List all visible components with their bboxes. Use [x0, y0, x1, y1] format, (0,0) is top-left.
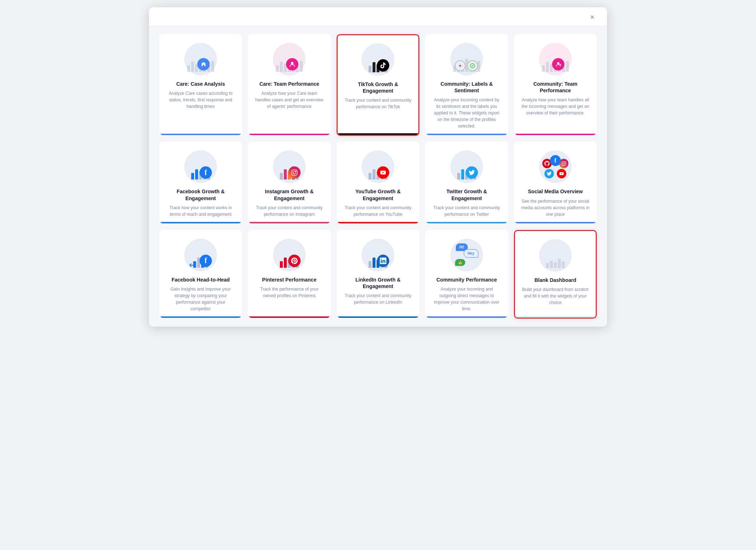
- card-desc-instagram-growth: Track your content and community perform…: [254, 205, 324, 218]
- card-desc-tiktok-growth: Track your content and community perform…: [343, 97, 413, 110]
- card-desc-community-performance: Analyze your incoming and outgoing direc…: [432, 286, 502, 312]
- svg-rect-5: [292, 170, 297, 175]
- card-bottom-bar-care-case-analysis: [160, 134, 241, 135]
- card-bottom-bar-care-team-performance: [249, 134, 330, 135]
- card-desc-community-labels: Analyze your incoming content by its sen…: [432, 97, 502, 129]
- modal-header: ✕: [149, 7, 607, 26]
- card-title-social-media-overview: Social Media Overview: [528, 188, 583, 195]
- card-desc-linkedin-growth: Track your content and community perform…: [343, 292, 413, 306]
- card-title-youtube-growth: YouTube Growth & Engagement: [343, 188, 413, 201]
- card-desc-twitter-growth: Track your content and community perform…: [432, 205, 502, 218]
- card-bottom-bar-community-labels: [426, 134, 507, 135]
- card-bottom-bar-social-media-overview: [515, 222, 596, 223]
- card-title-pinterest-performance: Pinterest Performance: [262, 276, 316, 283]
- template-card-tiktok-growth[interactable]: TikTok Growth & Engagement Track your co…: [337, 34, 419, 136]
- card-desc-youtube-growth: Track your content and community perform…: [343, 205, 413, 218]
- template-card-social-media-overview[interactable]: f Social Media Overview S: [514, 142, 597, 224]
- card-bottom-bar-youtube-growth: [337, 222, 419, 223]
- close-wizard-button[interactable]: ✕: [590, 14, 597, 21]
- template-card-community-performance[interactable]: Hi! Hey 👍 Community Performance Analyze …: [425, 230, 508, 319]
- card-desc-community-team-performance: Analyze how your team handles all the in…: [520, 97, 590, 116]
- card-title-community-team-performance: Community: Team Performance: [520, 81, 590, 94]
- close-icon: ✕: [590, 14, 595, 21]
- card-title-community-labels: Community: Labels & Sentiment: [432, 81, 502, 94]
- card-bottom-bar-twitter-growth: [426, 222, 507, 223]
- card-bottom-bar-tiktok-growth: [338, 133, 418, 135]
- card-bottom-bar-pinterest-performance: [249, 316, 330, 318]
- svg-point-2: [459, 65, 461, 66]
- card-desc-care-team-performance: Analyze how your Care team handles cases…: [254, 90, 324, 110]
- card-title-care-team-performance: Care: Team Performance: [260, 81, 319, 87]
- template-card-twitter-growth[interactable]: Twitter Growth & Engagement Track your c…: [425, 142, 508, 224]
- template-card-facebook-growth[interactable]: f Facebook Growth & Engagement Track how…: [159, 142, 242, 224]
- card-bottom-bar-facebook-growth: [160, 222, 241, 223]
- card-title-tiktok-growth: TikTok Growth & Engagement: [343, 81, 413, 94]
- select-template-modal: ✕ Care: Case Analysis Analyze Care cases…: [149, 7, 607, 327]
- card-title-care-case-analysis: Care: Case Analysis: [176, 81, 225, 87]
- card-desc-care-case-analysis: Analyze Care cases according to status, …: [166, 90, 236, 110]
- svg-rect-0: [203, 65, 204, 66]
- svg-point-4: [557, 62, 559, 64]
- template-card-youtube-growth[interactable]: YouTube Growth & Engagement Track your c…: [337, 142, 419, 224]
- card-desc-facebook-growth: Track how your content works in terms of…: [166, 205, 236, 218]
- card-desc-pinterest-performance: Track the performance of your owned prof…: [254, 286, 324, 299]
- template-card-instagram-growth[interactable]: Instagram Growth & Engagement Track your…: [248, 142, 331, 224]
- card-title-facebook-growth: Facebook Growth & Engagement: [166, 188, 236, 201]
- template-card-community-labels[interactable]: Community: Labels & Sentiment Analyze yo…: [425, 34, 508, 136]
- card-title-instagram-growth: Instagram Growth & Engagement: [254, 188, 324, 201]
- svg-point-10: [564, 162, 565, 163]
- template-card-facebook-head-to-head[interactable]: f Facebook Head-to-Head Gain insights an…: [159, 230, 242, 319]
- card-desc-social-media-overview: See the performance of your social media…: [520, 198, 590, 218]
- template-grid: Care: Case Analysis Analyze Care cases a…: [159, 34, 597, 319]
- card-bottom-bar-community-performance: [426, 316, 507, 318]
- svg-rect-8: [562, 162, 566, 166]
- template-card-care-case-analysis[interactable]: Care: Case Analysis Analyze Care cases a…: [159, 34, 242, 136]
- card-bottom-bar-blank-dashboard: [515, 316, 596, 318]
- svg-point-9: [563, 163, 565, 165]
- template-card-linkedin-growth[interactable]: LinkedIn Growth & Engagement Track your …: [337, 230, 419, 319]
- template-card-blank-dashboard[interactable]: Blank Dashboard Build your dashboard fro…: [514, 230, 597, 319]
- card-desc-blank-dashboard: Build your dashboard from scratch and fi…: [521, 286, 590, 306]
- card-bottom-bar-facebook-head-to-head: [160, 316, 241, 318]
- template-card-community-team-performance[interactable]: Community: Team Performance Analyze how …: [514, 34, 597, 136]
- template-card-pinterest-performance[interactable]: Pinterest Performance Track the performa…: [248, 230, 331, 319]
- card-bottom-bar-community-team-performance: [515, 134, 596, 135]
- card-bottom-bar-linkedin-growth: [337, 316, 419, 318]
- modal-body: Care: Case Analysis Analyze Care cases a…: [149, 26, 607, 327]
- card-bottom-bar-instagram-growth: [249, 222, 330, 223]
- card-title-facebook-head-to-head: Facebook Head-to-Head: [172, 276, 230, 283]
- svg-point-7: [295, 171, 296, 171]
- card-title-blank-dashboard: Blank Dashboard: [534, 277, 576, 283]
- svg-point-1: [291, 62, 294, 64]
- card-desc-facebook-head-to-head: Gain insights and improve your strategy …: [166, 286, 236, 312]
- template-card-care-team-performance[interactable]: Care: Team Performance Analyze how your …: [248, 34, 331, 136]
- card-title-community-performance: Community Performance: [437, 276, 497, 283]
- card-title-linkedin-growth: LinkedIn Growth & Engagement: [343, 276, 413, 290]
- card-title-twitter-growth: Twitter Growth & Engagement: [432, 188, 502, 201]
- svg-point-6: [293, 171, 296, 174]
